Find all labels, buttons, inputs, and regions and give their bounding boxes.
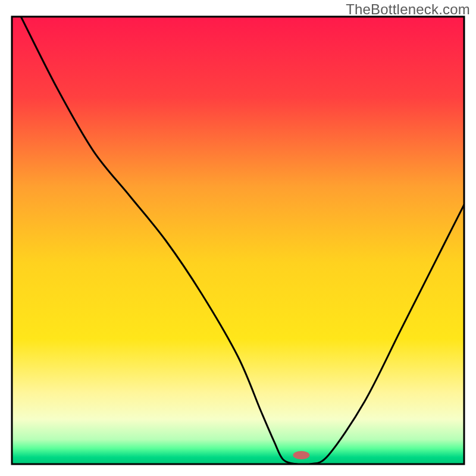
bottleneck-chart [0, 0, 476, 476]
optimal-marker [293, 451, 309, 459]
watermark-text: TheBottleneck.com [346, 1, 470, 18]
gradient-background [12, 17, 464, 464]
chart-container: TheBottleneck.com [0, 0, 476, 476]
